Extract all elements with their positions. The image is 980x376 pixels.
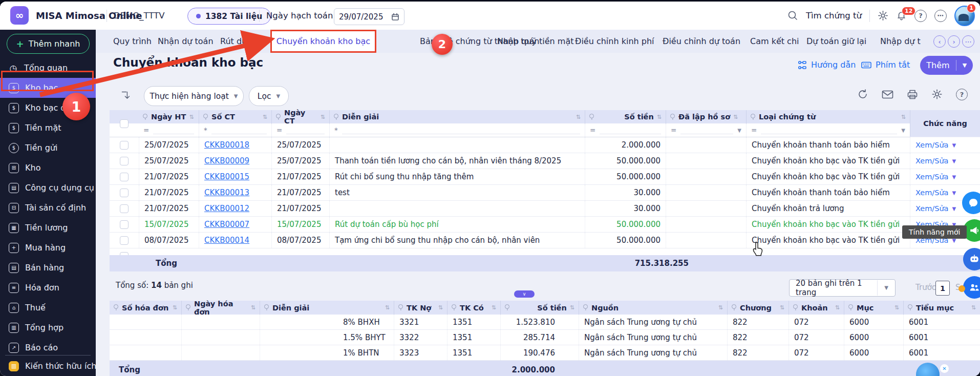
sidebar-item-tong-hop[interactable]: ▥Tổng hợp <box>0 318 96 338</box>
mail-icon[interactable] <box>882 90 893 99</box>
sort-arrows-icon[interactable]: ⇅ <box>657 114 662 120</box>
sidebar-item-cong-cu-dung-cu[interactable]: ▤Công cụ dụng cụ <box>0 178 96 198</box>
current-page-box[interactable]: 1 <box>935 281 950 296</box>
sort-arrows-icon[interactable]: ⇅ <box>901 114 906 120</box>
posting-date-input[interactable]: 29/07/2025 <box>334 8 404 25</box>
select-all-checkbox[interactable] <box>120 119 129 128</box>
tab-scroll-right-icon[interactable]: › <box>948 35 960 48</box>
quick-add-button[interactable]: + Thêm nhanh <box>7 34 90 54</box>
help-icon[interactable]: ? <box>914 10 927 22</box>
filter-so-tien[interactable]: = <box>585 123 666 137</box>
row-checkbox[interactable] <box>120 173 129 181</box>
caret-down-icon[interactable]: ▼ <box>877 280 895 296</box>
sort-arrows-icon[interactable]: ⇅ <box>780 304 784 311</box>
view-edit-link[interactable]: Xem/Sửa <box>915 157 949 165</box>
col-header-chuong[interactable]: Chương⇅ <box>727 301 789 315</box>
table-row[interactable]: 15/07/2025 CKKB00007 15/07/2025 Rút dự t… <box>110 217 980 233</box>
search-document-icon[interactable] <box>787 10 798 21</box>
table-row[interactable]: 08/07/2025 CKKB00014 08/07/2025 Tạm ứng … <box>110 233 980 248</box>
sort-arrows-icon[interactable]: ⇅ <box>189 114 194 120</box>
panel-splitter-handle[interactable]: ∨ <box>514 290 535 298</box>
caret-down-icon[interactable]: ▼ <box>952 190 956 196</box>
row-checkbox[interactable] <box>120 189 129 197</box>
col-header-dien-giai[interactable]: Diễn giải⇅ <box>329 110 585 123</box>
view-edit-link[interactable]: Xem/Sửa <box>915 141 949 149</box>
table-row[interactable]: 25/07/2025 CKKB00009 25/07/2025 Thanh to… <box>110 153 980 169</box>
tab-dieu-chinh-du-toan[interactable]: Điều chỉnh dự toán <box>663 30 740 53</box>
document-link[interactable]: CKKB00009 <box>204 156 249 165</box>
document-link[interactable]: CKKB00012 <box>204 204 249 213</box>
page-size-select[interactable]: 20 bản ghi trên 1 trang ▼ <box>789 279 896 297</box>
caret-down-icon[interactable]: ▼ <box>952 174 956 180</box>
sidebar-item-kho[interactable]: ⊞Kho <box>0 158 96 178</box>
sort-arrows-icon[interactable]: ⇅ <box>718 304 723 311</box>
document-link[interactable]: CKKB00015 <box>204 172 249 181</box>
user-avatar[interactable]: 1 <box>954 6 975 26</box>
document-link[interactable]: CKKB00018 <box>204 140 249 150</box>
search-document-label[interactable]: Tìm chứng từ <box>806 11 862 20</box>
document-link[interactable]: CKKB00014 <box>204 236 249 245</box>
sidebar-item-kien-thuc[interactable]: ▥ Kiến thức hữu ích <box>0 356 104 376</box>
tab-nhap-quy-tien-mat[interactable]: Nhập quỹ tiền mặt <box>497 30 573 53</box>
tab-scroll-left-icon[interactable]: ‹ <box>933 35 946 48</box>
col-header-khoan[interactable]: Khoản⇅ <box>789 301 844 315</box>
close-bubble-icon[interactable]: ✕ <box>940 364 949 373</box>
filter-dien-giai[interactable]: * <box>329 123 585 137</box>
caret-down-icon[interactable]: ▼ <box>952 142 956 148</box>
view-edit-link[interactable]: Xem/Sửa <box>915 189 949 197</box>
col-header-tk-co[interactable]: TK Có⇅ <box>447 301 500 315</box>
col-header-muc[interactable]: Mục⇅ <box>844 301 903 315</box>
detail-row[interactable]: 1% BHTN 3323 1351 190.476 Ngân sách Trun… <box>110 345 980 361</box>
sort-arrows-icon[interactable]: ⇅ <box>894 304 899 311</box>
settings-gear-icon[interactable] <box>878 10 888 21</box>
sidebar-item-hoa-don[interactable]: ≡Hóa đơn <box>0 278 96 298</box>
filter-ngay-ht[interactable]: = <box>139 123 199 137</box>
sort-arrows-icon[interactable]: ⇅ <box>321 114 325 120</box>
filter-loai-chung-tu[interactable]: =▼ <box>746 123 910 137</box>
filter-so-ct[interactable]: * <box>199 123 271 137</box>
caret-down-icon[interactable]: ▼ <box>952 158 956 164</box>
document-link[interactable]: CKKB00013 <box>204 188 249 197</box>
view-edit-link[interactable]: Xem/Sửa <box>915 173 949 181</box>
caret-down-icon[interactable]: ▼ <box>737 128 741 133</box>
shortcut-link[interactable]: Phím tắt <box>861 60 910 70</box>
row-checkbox[interactable] <box>120 236 129 245</box>
filter-dropdown[interactable]: Lọc▼ <box>249 86 289 106</box>
sidebar-item-ban-hang[interactable]: ▤Bán hàng <box>0 258 96 278</box>
tab-quy-trinh[interactable]: Quy trình <box>113 30 152 53</box>
sort-icon[interactable] <box>120 90 132 102</box>
refresh-icon[interactable] <box>857 89 868 100</box>
table-row[interactable]: 21/07/2025 CKKB00012 21/07/2025 30.000 C… <box>110 201 980 217</box>
col-header-tk-no[interactable]: TK Nợ⇅ <box>394 301 447 315</box>
filter-ngay-ct[interactable]: = <box>271 123 329 137</box>
col-header-da-lap-ho-so[interactable]: Đã lập hồ sơ⇅ <box>666 110 746 123</box>
col-header-ngay-hoa-don[interactable]: Ngày hóa đơn⇅ <box>181 301 260 315</box>
sort-arrows-icon[interactable]: ⇅ <box>971 304 976 311</box>
sidebar-item-tien-gui[interactable]: $Tiền gửi <box>0 138 96 158</box>
notifications-bell-icon[interactable]: 12 <box>896 10 907 21</box>
guide-link[interactable]: Hướng dẫn <box>798 60 856 70</box>
tab-more-icon[interactable]: ⋯ <box>962 35 974 48</box>
sidebar-item-tai-san-co-dinh[interactable]: ⊟Tài sản cố định <box>0 198 96 218</box>
col-header-so-ct[interactable]: Số CT⇅ <box>199 110 271 123</box>
row-checkbox[interactable] <box>120 141 129 150</box>
tab-rut-du-toan[interactable]: Rút dự toán <box>220 30 268 53</box>
detail-row[interactable]: 8% BHXH 3321 1351 1.523.810 Ngân sách Tr… <box>110 315 980 330</box>
sort-arrows-icon[interactable]: ⇅ <box>251 304 255 311</box>
sidebar-item-thue[interactable]: ⌂Thuế <box>0 298 96 318</box>
col-header-tieu-muc[interactable]: Tiểu mục⇅ <box>903 301 980 315</box>
col-header-nguon[interactable]: Nguồn⇅ <box>579 301 727 315</box>
document-link[interactable]: CKKB00007 <box>204 220 249 229</box>
col-header-dien-giai[interactable]: Diễn giải⇅ <box>260 301 394 315</box>
tab-chuyen-khoan-kho-bac[interactable]: Chuyển khoản kho bạc <box>270 30 376 53</box>
caret-down-icon[interactable]: ▼ <box>901 128 905 133</box>
sidebar-item-mua-hang[interactable]: +Mua hàng <box>0 238 96 258</box>
table-row[interactable]: 21/07/2025 CKKB00013 21/07/2025 test 30.… <box>110 185 980 201</box>
sort-arrows-icon[interactable]: ⇅ <box>492 304 496 311</box>
filter-da-lap-ho-so[interactable]: =▼ <box>666 123 746 137</box>
col-header-ngay-ht[interactable]: Ngày HT⇅ <box>139 110 199 123</box>
documents-badge[interactable]: 1382 Tài liệu <box>187 8 271 25</box>
col-header-ngay-ct[interactable]: Ngày CT⇅ <box>271 110 329 123</box>
sort-arrows-icon[interactable]: ⇅ <box>173 304 177 311</box>
prev-page-button[interactable]: Trước <box>915 283 936 292</box>
